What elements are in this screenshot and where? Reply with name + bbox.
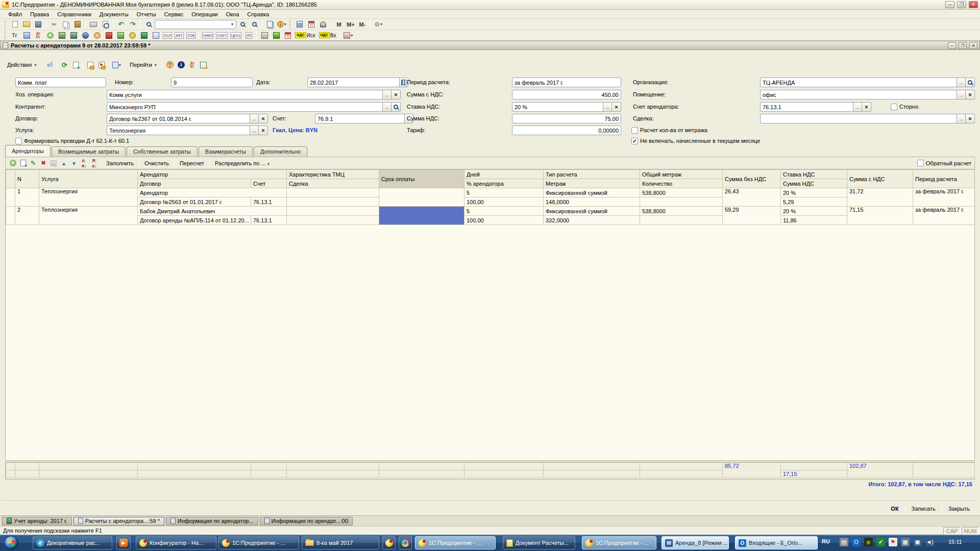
akt-button[interactable]: АКТ [174,30,185,40]
print-button[interactable] [88,19,99,30]
taskbar-pinned-1c[interactable] [382,536,396,549]
mdi-restore-button[interactable]: ❒ [959,42,967,49]
info-dropdown-button[interactable]: i▾ [276,19,287,30]
deal-clear-button[interactable]: ✕ [966,114,975,123]
org-open-button[interactable] [966,78,975,87]
find-button[interactable] [143,19,154,30]
col-characteristic[interactable]: Характеристика ТМЦ [287,170,379,179]
cell-deal[interactable] [287,197,379,207]
col-tenant-pct[interactable]: % арендатора [464,179,544,188]
chevron-down-icon[interactable]: ▾ [229,22,236,27]
cell-qty[interactable] [640,216,723,225]
mail-settings-button[interactable]: ▾ [342,30,354,40]
cell-characteristic[interactable] [287,188,379,197]
language-indicator[interactable]: RU [822,538,830,544]
account-field[interactable] [315,114,404,123]
cell-n[interactable]: 1 [15,188,39,207]
sort-asc-button[interactable]: Ая↓ [79,158,89,168]
row-move-up-button[interactable] [59,158,69,168]
cell-vat-rate[interactable]: 20 % [781,207,847,216]
person-button[interactable] [91,30,103,40]
write-save-button[interactable]: Записать [905,503,942,514]
row-end-edit-button[interactable] [48,158,59,168]
outlook-tray-icon[interactable]: O [852,538,861,546]
col-calc-type[interactable]: Тип расчета [544,170,640,179]
vat-rate-clear-button[interactable]: ✕ [612,102,621,112]
col-contract[interactable]: Договор [138,179,251,188]
window-tab-tenant-info-1[interactable]: Информация по арендатор... [166,517,258,525]
ok-button[interactable]: ОК [885,503,904,514]
copy-special-button[interactable] [264,19,276,30]
new-doc-button[interactable] [9,19,20,30]
col-sum-with-vat[interactable]: Сумма с НДС [847,170,913,188]
dtkt-button[interactable]: ДтКт [33,30,44,40]
org-structure-button[interactable] [21,30,32,40]
minimize-button[interactable] [945,1,954,8]
note-button[interactable] [150,30,161,40]
cell-days[interactable]: 5 [464,207,544,216]
taskbar-configurator-window[interactable]: Конфигуратор - На... [136,536,216,549]
memory-plus-button[interactable]: M+ [345,19,356,30]
room-select-button[interactable]: ... [957,90,966,99]
cell-service[interactable]: Теплоэнергия [39,207,138,225]
nakl-button[interactable]: НАКЛ [201,30,214,40]
tenants-table-area[interactable]: N Услуга Арендатор Характеристика ТМЦ Ср… [5,169,975,461]
device-icon[interactable]: ▦ [901,538,910,546]
find-prev-button[interactable] [249,19,260,30]
col-days[interactable]: Дней [464,170,544,179]
col-account[interactable]: Счет [251,179,287,188]
cell-area[interactable]: 332,0000 [544,216,640,225]
org-field[interactable] [760,78,957,87]
contractor-open-button[interactable] [391,102,401,112]
form-postings-checkbox[interactable]: Формировать проводки Д-т 62.1-К-т 60.1 [15,137,129,145]
col-tenant[interactable]: Арендатор [138,170,287,179]
fill-button[interactable]: Заполнить [102,158,138,169]
menu-reports[interactable]: Отчеты [133,10,160,18]
taskbar-document-window[interactable]: Документ Расчеты... [503,536,575,549]
cell-area[interactable]: 148,0000 [544,197,640,207]
doc-info-button[interactable]: i [176,60,187,70]
refresh-button[interactable] [59,60,70,70]
menu-file[interactable]: Файл [4,10,26,18]
menu-operations[interactable]: Операции [187,10,222,18]
doc-kind-field[interactable] [15,78,106,87]
cell-due-date-selected[interactable] [379,207,464,225]
col-total-area[interactable]: Общий метраж [640,170,723,179]
add-entry-button[interactable] [44,30,56,40]
actions-button[interactable]: Действия▾ [3,59,40,70]
row-selector[interactable] [6,207,15,225]
col-deal[interactable]: Сделка [287,179,379,188]
taskbar-outlook-window[interactable]: O Входящие - E_Orlo... [735,536,818,549]
cell-vat-rate[interactable]: 20 % [781,188,847,197]
cell-vat-sum[interactable]: 5,29 [781,197,847,207]
org-select-button[interactable]: ... [957,78,966,87]
clear-button[interactable]: Очистить [140,158,173,169]
taskbar-media-button[interactable] [116,536,131,549]
search-input[interactable] [155,21,229,28]
cell-n[interactable]: 2 [15,207,39,225]
cell-account[interactable]: 76.13.1 [251,197,287,207]
save-button[interactable] [33,19,44,30]
tab-reimbursed-costs[interactable]: Возмещаемые затраты [52,146,126,157]
network-icon[interactable]: ▣ [913,538,922,546]
volume-icon[interactable]: ◄) [925,538,934,546]
menu-edit[interactable]: Правка [26,10,53,18]
cell-service[interactable]: Теплоэнергия [39,188,138,207]
col-vat-sum[interactable]: Сумма НДС [781,179,847,188]
contractor-field[interactable] [107,102,382,112]
vat-rate-field[interactable] [512,102,603,112]
table-row-line2[interactable]: Договор №2563 от 01.01.2017 г. 76.13.1 1… [6,197,975,207]
write-button[interactable] [44,60,55,70]
calendar-check-button[interactable]: 31 [282,30,293,40]
antivirus-check-icon[interactable]: ✔ [876,538,885,546]
cash-button[interactable] [56,30,67,40]
tenant-account-select-button[interactable]: ... [853,102,862,112]
contract-select-button[interactable]: ... [250,114,259,123]
back-button[interactable]: ↶ [115,19,127,30]
maximize-button[interactable] [957,1,966,8]
mdi-minimize-button[interactable]: ─ [948,42,956,49]
period-field[interactable] [512,78,621,87]
remote-pc-icon[interactable]: ▤ [840,538,848,546]
tg-button[interactable]: Тг [9,30,20,40]
table-row[interactable]: 1 Теплоэнергия Арендатор 5 Фиксированной… [6,188,975,197]
